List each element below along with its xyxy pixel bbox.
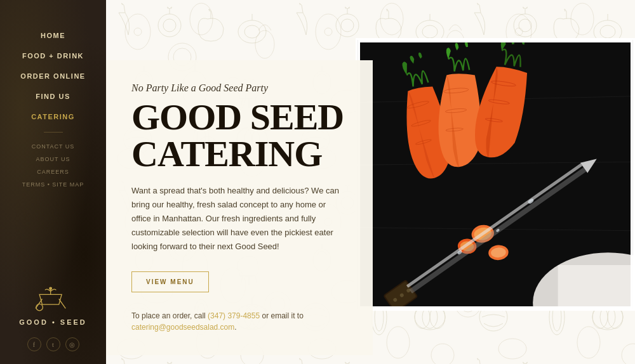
sidebar-item-order-online[interactable]: ORDER ONLINE xyxy=(0,66,106,86)
contact-mid: or email it to xyxy=(260,311,304,320)
sidebar-item-about-us[interactable]: ABOUT US xyxy=(36,153,70,166)
facebook-icon[interactable]: f xyxy=(27,337,41,351)
heading-line2: CATERING xyxy=(131,133,322,174)
svg-point-2 xyxy=(36,304,43,311)
svg-line-1 xyxy=(58,299,65,308)
nav-menu: HOME FOOD + DRINK ORDER ONLINE FIND US C… xyxy=(0,25,106,127)
contact-line: To place an order, call (347) 379-4855 o… xyxy=(131,310,344,333)
sidebar: HOME FOOD + DRINK ORDER ONLINE FIND US C… xyxy=(0,0,106,364)
view-menu-button[interactable]: VIEW MENU xyxy=(131,271,209,292)
logo-icon xyxy=(31,283,76,315)
nav-divider xyxy=(44,132,63,133)
heading-line1: GOOD SEED xyxy=(131,96,344,138)
logo-area: GOOD • SEED xyxy=(19,283,87,326)
sidebar-item-careers[interactable]: CAREERS xyxy=(37,166,69,178)
hero-image xyxy=(356,38,635,311)
twitter-icon[interactable]: t xyxy=(46,337,60,351)
sidebar-item-terms-sitemap[interactable]: TERMS • SITE MAP xyxy=(22,178,84,191)
main-heading: GOOD SEED CATERING xyxy=(131,99,344,172)
main-content: No Party Like a Good Seed Party GOOD SEE… xyxy=(106,0,635,364)
contact-suffix: . xyxy=(234,323,236,332)
instagram-icon[interactable]: ◎ xyxy=(65,337,79,351)
sidebar-item-catering[interactable]: CATERING xyxy=(0,107,106,127)
sub-nav: CONTACT US ABOUT US CAREERS TERMS • SITE… xyxy=(22,140,84,191)
sidebar-item-food-drink[interactable]: FOOD + DRINK xyxy=(0,46,106,66)
hero-svg xyxy=(358,40,633,309)
subtitle: No Party Like a Good Seed Party xyxy=(131,82,344,94)
content-panel: No Party Like a Good Seed Party GOOD SEE… xyxy=(106,60,373,355)
contact-prefix: To place an order, call xyxy=(131,311,208,320)
logo-text: GOOD • SEED xyxy=(19,318,87,326)
svg-point-4 xyxy=(49,287,51,290)
description: Want a spread that's both healthy and de… xyxy=(131,184,344,254)
contact-phone[interactable]: (347) 379-4855 xyxy=(208,311,260,320)
svg-rect-36 xyxy=(558,265,633,309)
sidebar-item-contact-us[interactable]: CONTACT US xyxy=(32,140,75,153)
sidebar-item-home[interactable]: HOME xyxy=(0,25,106,46)
sidebar-item-find-us[interactable]: FIND US xyxy=(0,86,106,107)
contact-email[interactable]: catering@goodseedsalad.com xyxy=(131,323,234,332)
social-icons: f t ◎ xyxy=(27,337,79,351)
